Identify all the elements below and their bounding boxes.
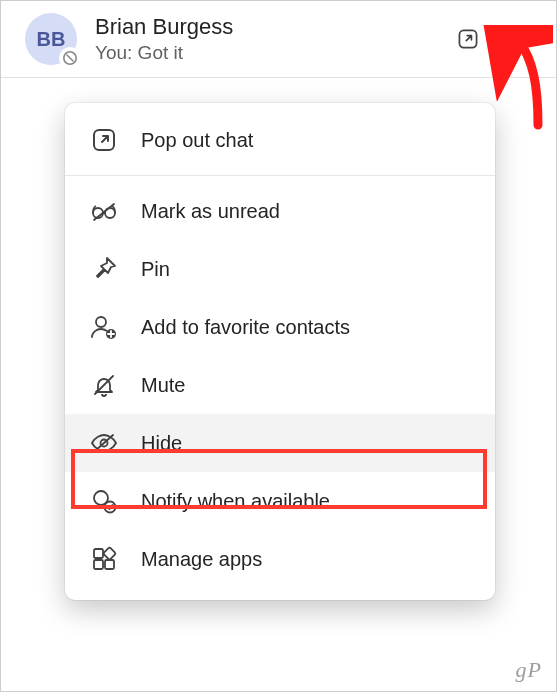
avatar-wrap: BB — [25, 13, 77, 65]
chat-preview: You: Got it — [95, 42, 442, 64]
svg-point-7 — [96, 317, 106, 327]
menu-item-label: Pop out chat — [141, 129, 253, 152]
menu-item-notify[interactable]: Notify when available — [65, 472, 495, 530]
bell-off-icon — [89, 370, 119, 400]
menu-item-hide[interactable]: Hide — [65, 414, 495, 472]
more-options-icon — [508, 36, 536, 42]
menu-item-label: Manage apps — [141, 548, 262, 571]
popout-button[interactable] — [450, 21, 486, 57]
chat-list-item[interactable]: BB Brian Burgess You: Got it — [1, 1, 556, 78]
presence-notify-icon — [89, 486, 119, 516]
svg-line-1 — [67, 55, 74, 62]
popout-icon — [89, 125, 119, 155]
pin-icon — [89, 254, 119, 284]
watermark: gP — [516, 657, 542, 683]
menu-item-label: Notify when available — [141, 490, 330, 513]
menu-item-label: Pin — [141, 258, 170, 281]
menu-item-manage-apps[interactable]: Manage apps — [65, 530, 495, 588]
presence-offline-icon — [59, 47, 81, 69]
menu-item-label: Mark as unread — [141, 200, 280, 223]
svg-rect-15 — [103, 547, 116, 560]
menu-item-label: Mute — [141, 374, 185, 397]
svg-rect-16 — [94, 560, 103, 569]
more-options-button[interactable] — [504, 21, 540, 57]
menu-item-label: Hide — [141, 432, 182, 455]
glasses-off-icon — [89, 196, 119, 226]
popout-icon — [456, 25, 480, 53]
menu-item-add-favorite[interactable]: Add to favorite contacts — [65, 298, 495, 356]
menu-item-pin[interactable]: Pin — [65, 240, 495, 298]
svg-rect-17 — [105, 560, 114, 569]
add-contact-icon — [89, 312, 119, 342]
apps-icon — [89, 544, 119, 574]
chat-context-menu: Pop out chat Mark as unread Pin — [65, 103, 495, 600]
chat-name: Brian Burgess — [95, 14, 442, 40]
menu-item-mark-unread[interactable]: Mark as unread — [65, 182, 495, 240]
svg-rect-14 — [94, 549, 103, 558]
menu-item-label: Add to favorite contacts — [141, 316, 350, 339]
menu-item-mute[interactable]: Mute — [65, 356, 495, 414]
eye-off-icon — [89, 428, 119, 458]
chat-actions — [450, 21, 540, 57]
menu-item-popout[interactable]: Pop out chat — [65, 111, 495, 169]
menu-divider — [65, 175, 495, 176]
chat-text: Brian Burgess You: Got it — [95, 14, 442, 64]
